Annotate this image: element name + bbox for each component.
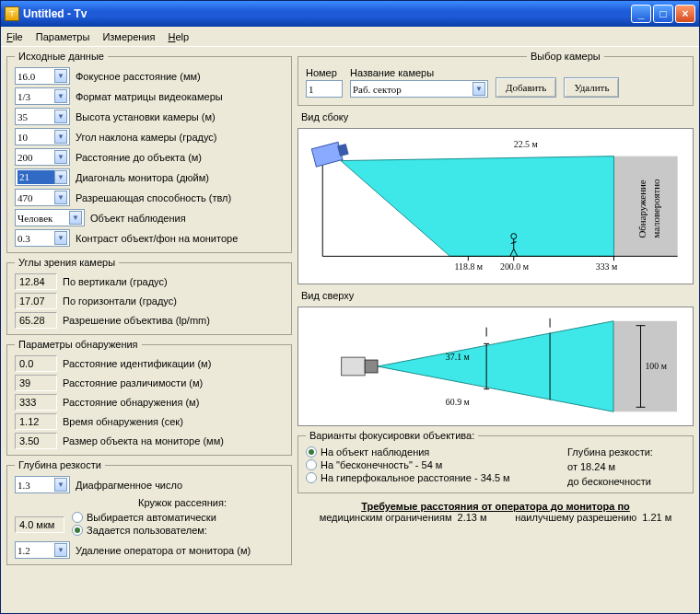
mkm-field: 4.0 мкм — [15, 516, 64, 533]
radio-user-label: Задается пользователем: — [87, 525, 207, 536]
svg-text:22.5 м: 22.5 м — [514, 139, 539, 149]
size-field: 3.50 — [15, 433, 57, 449]
group-angles-legend: Углы зрения камеры — [15, 257, 119, 268]
add-button[interactable]: Добавить — [496, 77, 556, 98]
maximize-button[interactable]: □ — [653, 5, 673, 23]
time-field: 1.12 — [15, 413, 57, 430]
menu-params[interactable]: Параметры — [36, 31, 90, 42]
radio-focus-hyper-label: На гиперфокальное расстояние - 34.5 м — [321, 472, 510, 483]
svg-rect-6 — [311, 142, 343, 167]
chevron-down-icon: ▼ — [54, 543, 67, 557]
svg-rect-22 — [342, 357, 366, 376]
radio-focus-obj-label: На объект наблюдения — [321, 446, 429, 458]
matrix-combo[interactable]: 1/3▼ — [15, 87, 70, 105]
top-view-diagram: 37.1 м 60.9 м 100 м — [298, 307, 694, 426]
radio-auto[interactable] — [72, 512, 83, 523]
svg-text:118.8 м: 118.8 м — [455, 261, 484, 272]
horiz-field: 17.07 — [15, 293, 57, 309]
radio-focus-inf-label: На "бесконечность" - 54 м — [321, 459, 442, 470]
obj-combo[interactable]: Человек▼ — [15, 209, 85, 226]
group-camsel-legend: Выбор камеры — [527, 51, 604, 62]
matrix-label: Формат матрицы видеокамеры — [76, 91, 223, 102]
chevron-down-icon: ▼ — [472, 82, 485, 96]
vert-label: По вертикали (градус) — [63, 276, 168, 287]
radio-focus-hyper[interactable] — [306, 472, 317, 483]
window-title: Untitled - Tv — [23, 7, 631, 20]
titlebar: T Untitled - Tv _ □ × — [1, 1, 699, 27]
horiz-label: По горизонтали (градус) — [63, 295, 177, 307]
group-depth: Глубина резкости 1.3▼Диафрагменное число… — [6, 459, 292, 565]
fnum-combo[interactable]: 1.3▼ — [15, 476, 70, 493]
chevron-down-icon: ▼ — [54, 110, 67, 123]
group-source: Исходные данные 16.0▼Фокусное расстояние… — [6, 51, 292, 253]
focal-combo[interactable]: 16.0▼ — [15, 67, 70, 85]
svg-text:333 м: 333 м — [596, 261, 618, 272]
svg-text:37.1 м: 37.1 м — [446, 352, 470, 362]
camname-combo[interactable]: Раб. сектор▼ — [350, 80, 488, 98]
radio-user[interactable] — [72, 525, 83, 536]
dof-from: от 18.24 м — [567, 461, 687, 472]
disc-field: 39 — [15, 375, 57, 391]
group-camsel: Выбор камеры Номер Название камеры Раб. … — [298, 51, 694, 106]
side-view-diagram: Обнаружение маловероятно 22.5 м — [298, 128, 694, 284]
svg-text:100 м: 100 м — [645, 361, 666, 371]
chevron-down-icon: ▼ — [54, 130, 67, 144]
chevron-down-icon: ▼ — [54, 89, 67, 103]
menu-help[interactable]: Help — [168, 31, 189, 42]
disc-label: Расстояние различимости (м) — [63, 377, 203, 388]
app-icon: T — [5, 6, 19, 21]
dof-label: Глубина резкости: — [567, 446, 687, 458]
circle-title: Кружок рассеяния: — [79, 497, 286, 508]
tilt-label: Угол наклона камеры (градус) — [76, 132, 216, 143]
det-label: Расстояние обнаружения (м) — [63, 397, 199, 408]
size-label: Размер объекта на мониторе (мм) — [63, 435, 224, 446]
obj-label: Объект наблюдения — [90, 213, 186, 224]
contrast-combo[interactable]: 0.3▼ — [15, 229, 70, 247]
chevron-down-icon: ▼ — [54, 191, 67, 204]
best-label: наилучшему разрешению — [515, 512, 636, 523]
contrast-label: Контраст объект/фон на мониторе — [76, 233, 238, 244]
radio-focus-inf[interactable] — [306, 459, 317, 470]
svg-rect-23 — [365, 360, 378, 373]
dist-combo[interactable]: 200▼ — [15, 148, 70, 166]
ident-field: 0.0 — [15, 355, 57, 372]
vert-field: 12.84 — [15, 273, 57, 290]
svg-text:200.0 м: 200.0 м — [500, 261, 530, 272]
best-val: 1.21 м — [642, 512, 671, 523]
group-angles: Углы зрения камеры 12.84По вертикали (гр… — [6, 257, 292, 335]
top-view-title: Вид сверху — [301, 290, 694, 301]
chevron-down-icon: ▼ — [54, 478, 67, 492]
dof-to: до бесконечности — [567, 476, 687, 487]
group-focus: Варианты фокусировки объектива: На объек… — [298, 430, 694, 493]
bottom-title: Требуемые расстояния от оператора до мон… — [361, 501, 630, 512]
fnum-label: Диафрагменное число — [76, 480, 182, 491]
svg-text:Обнаружение: Обнаружение — [636, 180, 648, 237]
menubar: File Параметры Измерения Help — [1, 27, 699, 47]
camnum-input[interactable] — [306, 80, 343, 98]
menu-measure[interactable]: Измерения — [102, 31, 155, 42]
focal-label: Фокусное расстояние (мм) — [76, 71, 201, 82]
svg-marker-3 — [341, 156, 613, 257]
svg-text:маловероятно: маловероятно — [650, 179, 661, 238]
diag-combo[interactable]: 21▼ — [15, 168, 70, 186]
diag-label: Диагональ монитора (дюйм) — [76, 172, 209, 183]
side-view-title: Вид сбоку — [301, 111, 694, 122]
delete-button[interactable]: Удалить — [564, 77, 619, 98]
minimize-button[interactable]: _ — [631, 5, 651, 23]
svg-marker-21 — [378, 321, 613, 411]
tvl-combo[interactable]: 470▼ — [15, 189, 70, 206]
menu-file[interactable]: File — [6, 31, 23, 42]
tvl-label: Разрешающая способность (твл) — [76, 192, 231, 203]
close-button[interactable]: × — [675, 5, 695, 23]
chevron-down-icon: ▼ — [54, 69, 67, 83]
opdist-combo[interactable]: 1.2▼ — [15, 541, 70, 559]
tilt-combo[interactable]: 10▼ — [15, 128, 70, 145]
chevron-down-icon: ▼ — [54, 170, 67, 184]
bottom-info: Требуемые расстояния от оператора до мон… — [298, 501, 694, 523]
height-combo[interactable]: 35▼ — [15, 108, 70, 125]
radio-focus-obj[interactable] — [306, 446, 317, 458]
radio-auto-label: Выбирается автоматически — [87, 512, 216, 523]
group-detect-legend: Параметры обнаружения — [15, 339, 142, 350]
dist-label: Расстояние до объекта (м) — [76, 152, 202, 163]
group-source-legend: Исходные данные — [15, 51, 108, 62]
